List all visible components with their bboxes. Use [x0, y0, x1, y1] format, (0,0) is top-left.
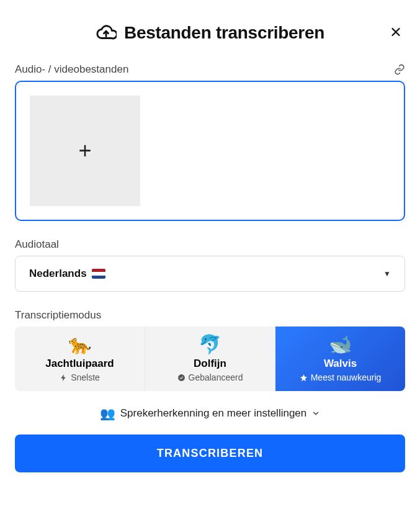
upload-label-row: Audio- / videobestanden — [15, 63, 405, 76]
speakers-icon: 👥 — [100, 406, 115, 421]
mode-subtitle: Meest nauwkeurig — [280, 372, 400, 382]
more-settings-toggle[interactable]: 👥 Sprekerherkenning en meer instellingen — [15, 406, 405, 421]
mode-label: Transcriptiemodus — [15, 309, 405, 322]
header-title-wrap: Bestanden transcriberen — [96, 22, 324, 43]
more-settings-label: Sprekerherkenning en meer instellingen — [120, 407, 307, 420]
mode-option-jachtluipaard[interactable]: 🐆JachtluipaardSnelste — [15, 327, 145, 391]
language-value: Nederlands — [29, 268, 87, 280]
flag-nl-icon — [92, 269, 105, 279]
mode-option-walvis[interactable]: 🐋WalvisMeest nauwkeurig — [275, 327, 405, 391]
plus-icon: + — [78, 138, 91, 164]
language-section: Audiotaal Nederlands ▼ — [15, 238, 405, 292]
cloud-upload-icon — [96, 22, 117, 43]
add-file-tile[interactable]: + — [30, 96, 140, 206]
mode-title: Walvis — [280, 358, 400, 370]
transcribe-modal: Bestanden transcriberen Audio- / videobe… — [0, 0, 420, 490]
mode-title: Dolfijn — [150, 358, 270, 370]
transcribe-button[interactable]: TRANSCRIBEREN — [15, 435, 405, 472]
file-dropzone[interactable]: + — [15, 81, 405, 221]
upload-label: Audio- / videobestanden — [15, 63, 128, 76]
mode-section: Transcriptiemodus 🐆JachtluipaardSnelste🐬… — [15, 309, 405, 391]
mode-title: Jachtluipaard — [20, 358, 140, 370]
link-icon[interactable] — [394, 64, 405, 75]
mode-emoji: 🐆 — [20, 335, 140, 354]
chevron-down-icon — [311, 409, 320, 418]
mode-emoji: 🐋 — [280, 335, 400, 354]
mode-options: 🐆JachtluipaardSnelste🐬DolfijnGebalanceer… — [15, 327, 405, 391]
modal-title: Bestanden transcriberen — [124, 23, 324, 43]
language-select[interactable]: Nederlands ▼ — [15, 256, 405, 292]
svg-point-0 — [178, 374, 185, 381]
dropdown-caret-icon: ▼ — [383, 269, 391, 278]
mode-emoji: 🐬 — [150, 335, 270, 354]
modal-header: Bestanden transcriberen — [15, 22, 405, 43]
mode-option-dolfijn[interactable]: 🐬DolfijnGebalanceerd — [145, 327, 275, 391]
language-label: Audiotaal — [15, 238, 405, 251]
close-button[interactable] — [386, 23, 405, 43]
mode-subtitle: Snelste — [20, 372, 140, 382]
language-value-wrap: Nederlands — [29, 268, 105, 280]
mode-subtitle: Gebalanceerd — [150, 372, 270, 382]
close-icon — [389, 25, 403, 39]
